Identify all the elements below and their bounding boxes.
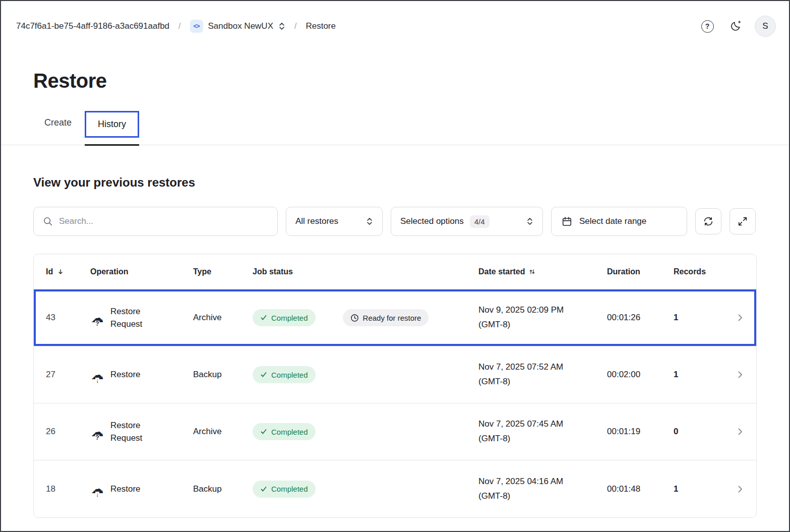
help-icon: ? <box>701 20 714 33</box>
theme-toggle-button[interactable] <box>726 17 745 35</box>
date-range-picker[interactable]: Select date range <box>551 207 687 236</box>
selected-options-label-group: Selected options 4/4 <box>400 215 490 228</box>
restore-status-badge: Ready for restore <box>343 309 429 326</box>
tab-history[interactable]: History <box>85 111 139 146</box>
breadcrumb-cluster-name: Sandbox NewUX <box>208 21 273 31</box>
row-status: Completed Ready for restore <box>253 309 478 326</box>
row-duration: 00:01:19 <box>607 427 674 437</box>
restore-icon: ☁↓ <box>90 483 104 495</box>
date-line: Nov 7, 2025 04:16 AM <box>478 475 607 489</box>
check-icon <box>260 486 267 493</box>
search-input[interactable] <box>59 216 268 226</box>
check-icon <box>260 371 267 378</box>
search-field <box>33 207 278 236</box>
row-records: 1 <box>674 484 734 494</box>
job-status-badge: Completed <box>253 423 316 440</box>
table-row-26[interactable]: 26 ☁? Restore Request Archive Completed … <box>34 403 756 460</box>
help-button[interactable]: ? <box>698 17 716 35</box>
row-duration: 00:01:48 <box>607 484 674 494</box>
row-status: Completed <box>253 423 478 440</box>
breadcrumb-project-id[interactable]: 74c7f6a1-be75-4aff-9186-a3ac691aafbd <box>16 21 169 31</box>
app-window: 74c7f6a1-be75-4aff-9186-a3ac691aafbd / <… <box>0 0 790 532</box>
restore-request-icon: ☁? <box>90 312 104 324</box>
restore-history-table: Id Operation Type Job status Date starte… <box>33 254 757 518</box>
chevron-updown-icon <box>526 217 533 226</box>
restore-status-label: Ready for restore <box>363 314 421 322</box>
row-operation: ☁? Restore Request <box>90 305 193 331</box>
operation-label: Restore <box>110 483 141 496</box>
row-id: 18 <box>46 484 90 494</box>
row-status: Completed <box>253 366 478 383</box>
row-status: Completed <box>253 481 478 498</box>
operation-label: Restore <box>110 368 141 381</box>
row-duration: 00:02:00 <box>607 370 674 380</box>
column-header-operation: Operation <box>90 267 193 276</box>
table-row-43[interactable]: 43 ☁? Restore Request Archive Completed … <box>34 289 756 346</box>
breadcrumb: 74c7f6a1-be75-4aff-9186-a3ac691aafbd / <… <box>16 20 336 33</box>
sort-both-icon <box>529 268 535 275</box>
code-icon: <> <box>190 20 203 33</box>
check-icon <box>260 314 267 321</box>
table-row-27[interactable]: 27 ☁↓ Restore Backup Completed Nov 7, 20… <box>34 346 756 403</box>
breadcrumb-separator: / <box>178 22 180 31</box>
job-status-label: Completed <box>271 428 308 436</box>
date-line: Nov 9, 2025 02:09 PM <box>478 303 607 318</box>
column-header-duration: Duration <box>607 267 674 276</box>
selected-options-label: Selected options <box>400 216 464 226</box>
job-status-label: Completed <box>271 314 308 322</box>
column-header-id[interactable]: Id <box>46 267 90 276</box>
section-heading: View your previous restores <box>1 175 789 190</box>
column-header-date-started[interactable]: Date started <box>478 267 607 276</box>
restore-type-dropdown[interactable]: All restores <box>286 207 383 236</box>
topbar: 74c7f6a1-be75-4aff-9186-a3ac691aafbd / <… <box>1 1 789 51</box>
row-type: Backup <box>193 370 253 380</box>
expand-button[interactable] <box>730 208 756 234</box>
row-expand-chevron[interactable] <box>734 428 756 436</box>
row-operation: ☁? Restore Request <box>90 419 193 445</box>
column-header-records: Records <box>674 267 734 276</box>
moon-icon <box>730 20 742 32</box>
row-id: 43 <box>46 313 90 323</box>
row-expand-chevron[interactable] <box>734 485 756 493</box>
refresh-button[interactable] <box>695 208 721 234</box>
chevron-updown-icon <box>366 217 373 226</box>
column-header-type: Type <box>193 267 253 276</box>
job-status-badge: Completed <box>253 366 316 383</box>
check-icon <box>260 428 267 435</box>
job-status-badge: Completed <box>253 481 316 498</box>
row-date-started: Nov 9, 2025 02:09 PM (GMT-8) <box>478 303 607 332</box>
row-date-started: Nov 7, 2025 07:45 AM (GMT-8) <box>478 417 607 446</box>
row-expand-chevron[interactable] <box>734 314 756 322</box>
restore-type-dropdown-label: All restores <box>295 216 338 226</box>
timezone-line: (GMT-8) <box>478 318 607 332</box>
restore-icon: ☁↓ <box>90 369 104 381</box>
breadcrumb-cluster-selector[interactable]: <> Sandbox NewUX <box>190 20 285 33</box>
row-expand-chevron[interactable] <box>734 371 756 379</box>
search-icon <box>43 216 53 226</box>
operation-label: Restore Request <box>110 305 154 331</box>
tab-create[interactable]: Create <box>33 107 83 145</box>
timezone-line: (GMT-8) <box>478 432 607 446</box>
job-status-label: Completed <box>271 371 308 379</box>
row-id: 26 <box>46 427 90 437</box>
breadcrumb-current-page: Restore <box>306 21 336 31</box>
timezone-line: (GMT-8) <box>478 375 607 389</box>
row-duration: 00:01:26 <box>607 313 674 323</box>
table-row-18[interactable]: 18 ☁↓ Restore Backup Completed Nov 7, 20… <box>34 460 756 517</box>
row-records: 1 <box>674 370 734 380</box>
row-type: Backup <box>193 484 253 494</box>
avatar[interactable]: S <box>755 16 776 37</box>
refresh-icon <box>703 216 714 227</box>
column-date-started-label: Date started <box>478 267 525 276</box>
row-operation: ☁↓ Restore <box>90 483 193 496</box>
row-date-started: Nov 7, 2025 04:16 AM (GMT-8) <box>478 475 607 504</box>
row-records: 1 <box>674 313 734 323</box>
timezone-line: (GMT-8) <box>478 489 607 504</box>
row-type: Archive <box>193 313 253 323</box>
chevron-updown-icon <box>278 22 285 31</box>
expand-icon <box>737 216 748 227</box>
selected-options-dropdown[interactable]: Selected options 4/4 <box>391 207 543 236</box>
operation-label: Restore Request <box>110 419 154 445</box>
sort-descending-icon <box>57 268 64 275</box>
table-header: Id Operation Type Job status Date starte… <box>34 254 756 289</box>
